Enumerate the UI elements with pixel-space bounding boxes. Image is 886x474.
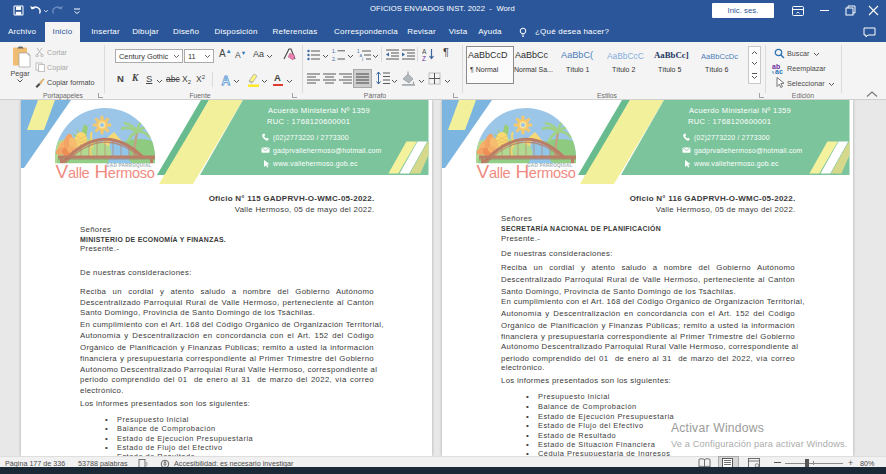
svg-text:1.: 1. [332,48,336,54]
svg-text:2.: 2. [332,56,336,61]
svg-text:i: i [362,57,363,61]
svg-text:A: A [422,48,427,55]
svg-text:A: A [222,74,231,87]
svg-text:ac: ac [775,68,783,74]
svg-text:Z: Z [422,55,426,62]
